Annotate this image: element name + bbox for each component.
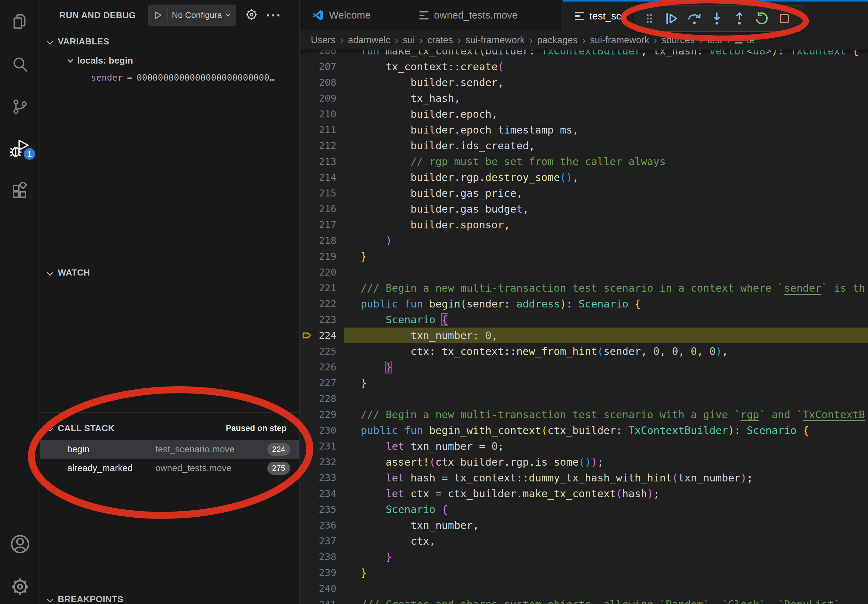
line-number[interactable]: 231 — [300, 438, 336, 454]
line-number[interactable]: 218 — [300, 233, 336, 248]
start-debug-icon[interactable] — [153, 10, 163, 20]
search-icon[interactable] — [0, 51, 40, 79]
line-number[interactable]: 214 — [300, 169, 336, 185]
tab-label: Welcome — [329, 9, 371, 21]
line-number[interactable]: 216 — [300, 201, 336, 217]
code-line-212: 212 builder.ids_created, — [300, 138, 868, 153]
account-icon[interactable] — [0, 530, 40, 558]
line-number[interactable]: 226 — [300, 359, 336, 375]
tab-welcome[interactable]: Welcome — [300, 0, 407, 30]
line-number[interactable]: 217 — [300, 217, 336, 233]
line-number[interactable]: 208 — [300, 74, 336, 90]
line-number[interactable]: 237 — [300, 533, 336, 549]
line-number[interactable]: 238 — [300, 549, 336, 565]
code-line-210: 210 builder.epoch, — [300, 106, 868, 122]
step-out-icon[interactable] — [730, 9, 749, 28]
code-text: public fun begin_with_context(ctx_builde… — [361, 423, 868, 438]
line-number[interactable]: 240 — [300, 581, 336, 596]
variables-label: VARIABLES — [58, 37, 109, 46]
line-number[interactable]: 209 — [300, 90, 336, 106]
breakpoints-section-header[interactable]: BREAKPOINTS — [40, 591, 299, 604]
breadcrumb-item-file[interactable]: te — [747, 35, 755, 46]
activity-bar: 1 — [0, 0, 40, 604]
line-number[interactable]: 230 — [300, 423, 336, 438]
tab-owned-tests[interactable]: owned_tests.move — [407, 0, 563, 30]
breadcrumb-item[interactable]: sui-framework — [590, 35, 649, 46]
line-number[interactable]: 212 — [300, 138, 336, 153]
breadcrumb-item[interactable]: sources — [662, 35, 695, 46]
section-divider — [40, 262, 299, 262]
code-line-221: 221/// Begin a new multi-transaction tes… — [300, 280, 868, 296]
line-number[interactable]: 223 — [300, 312, 336, 328]
stop-icon[interactable] — [775, 9, 794, 28]
code-text: builder.ids_created, — [361, 138, 868, 153]
line-number[interactable]: 221 — [300, 280, 336, 296]
restart-icon[interactable] — [752, 9, 772, 28]
line-number[interactable]: 232 — [300, 454, 336, 470]
frame-line-badge: 224 — [267, 443, 290, 456]
line-number[interactable]: 220 — [300, 264, 336, 280]
line-number[interactable]: 213 — [300, 153, 336, 169]
watch-section-header[interactable]: WATCH — [40, 264, 299, 281]
call-stack-frame[interactable]: already_markedowned_tests.move275 — [40, 458, 299, 477]
code-editor[interactable]: 206fun make_tx_context(builder: TxContex… — [300, 50, 868, 604]
line-number[interactable]: 227 — [300, 375, 336, 391]
toolbar-drag-grip-icon[interactable] — [640, 9, 659, 28]
breadcrumb-item[interactable]: Users — [311, 35, 335, 46]
call-stack-frame[interactable]: begintest_scenario.move224 — [40, 440, 299, 458]
line-number[interactable]: 229 — [300, 407, 336, 423]
breadcrumb-item[interactable]: packages — [537, 35, 578, 46]
breadcrumb-separator: › — [419, 34, 423, 46]
extensions-icon[interactable] — [0, 178, 40, 205]
code-line-231: 231 let txn_number = 0; — [300, 438, 868, 454]
code-text: } — [361, 359, 868, 375]
line-number[interactable]: 225 — [300, 343, 336, 359]
debug-settings-gear-icon[interactable] — [245, 8, 258, 23]
debug-configuration-dropdown[interactable]: No Configura — [148, 5, 236, 26]
line-number[interactable]: 207 — [300, 59, 336, 74]
breadcrumb-item[interactable]: sui — [403, 35, 415, 46]
call-stack-section-header[interactable]: CALL STACK Paused on step — [40, 420, 299, 437]
code-line-207: 207 tx_context::create( — [300, 59, 868, 74]
line-number[interactable]: 235 — [300, 502, 336, 517]
line-number[interactable]: 239 — [300, 565, 336, 581]
source-control-icon[interactable] — [0, 93, 40, 121]
code-text: txn_number, — [361, 517, 868, 533]
variables-scope-row[interactable]: locals: begin — [40, 52, 299, 69]
line-number[interactable]: 219 — [300, 248, 336, 264]
chevron-down-icon — [47, 38, 53, 44]
step-into-icon[interactable] — [707, 9, 727, 28]
continue-icon[interactable] — [662, 9, 682, 28]
settings-gear-icon[interactable] — [0, 573, 40, 600]
breadcrumb-item[interactable]: sui-framework — [466, 35, 525, 46]
code-text: tx_context::create( — [361, 59, 868, 74]
code-text — [361, 391, 868, 407]
breadcrumb-item[interactable]: crates — [427, 35, 453, 46]
dropdown-divider — [167, 8, 167, 22]
line-number[interactable]: 241 — [300, 596, 336, 604]
breadcrumb-item[interactable]: adamwelc — [348, 35, 391, 46]
run-and-debug-icon[interactable]: 1 — [0, 135, 40, 163]
breadcrumb-item[interactable]: test — [707, 35, 722, 46]
line-number[interactable]: 236 — [300, 517, 336, 533]
step-over-icon[interactable] — [685, 9, 704, 28]
more-actions-icon[interactable]: ... — [266, 9, 282, 22]
frame-line-badge: 275 — [267, 462, 290, 475]
breakpoints-label: BREAKPOINTS — [58, 594, 123, 604]
code-line-228: 228 — [300, 391, 868, 407]
line-number[interactable]: 215 — [300, 185, 336, 201]
line-number[interactable]: 210 — [300, 106, 336, 122]
code-line-224: 224 txn_number: 0, — [300, 328, 868, 343]
line-number[interactable]: 228 — [300, 391, 336, 407]
line-number[interactable]: 234 — [300, 486, 336, 502]
code-text: } — [361, 549, 868, 565]
explorer-icon[interactable] — [0, 9, 40, 36]
line-number[interactable]: 211 — [300, 122, 336, 138]
variable-row[interactable]: sender=0000000000000000000000000… — [40, 69, 299, 86]
debug-badge: 1 — [23, 147, 36, 161]
line-number[interactable]: 233 — [300, 470, 336, 486]
line-number[interactable]: 222 — [300, 296, 336, 312]
paused-status: Paused on step — [226, 424, 287, 433]
variables-section-header[interactable]: VARIABLES — [40, 33, 299, 50]
code-text: public fun begin(sender: address): Scena… — [361, 296, 868, 312]
